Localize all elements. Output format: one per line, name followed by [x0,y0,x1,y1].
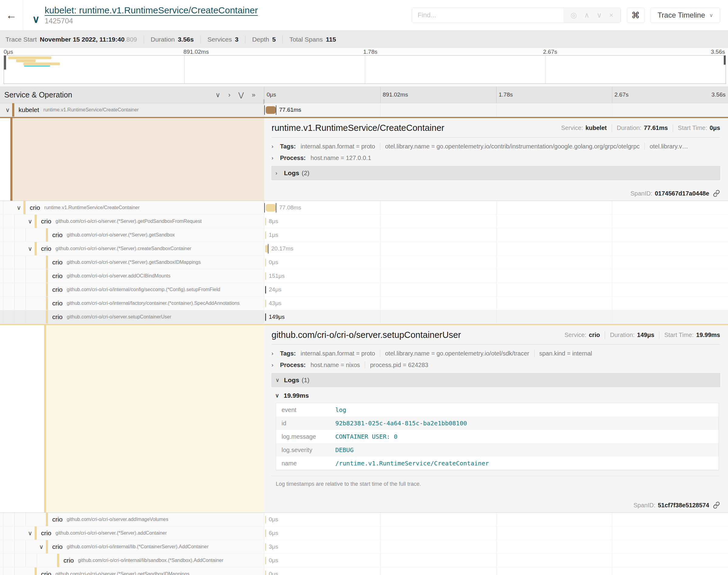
span-duration-bar[interactable] [265,245,268,252]
collapse-one-icon[interactable]: ∨ [215,91,220,99]
clear-search-icon[interactable]: × [609,11,613,20]
link-icon[interactable] [713,190,720,197]
span-timeline-cell[interactable]: 151μs [264,269,728,283]
tags-accordion[interactable]: › Tags: internal.span.format = protootel… [271,141,720,152]
minimap-canvas[interactable] [4,55,726,84]
tree-indent-guide [26,310,37,324]
span-name-cell[interactable]: criogithub.com/cri-o/cri-o/server.addIma… [0,513,264,526]
span-name-cell[interactable]: criogithub.com/cri-o/cri-o/server.(*Serv… [0,567,264,575]
span-row[interactable]: criogithub.com/cri-o/cri-o/server.addIma… [0,513,728,527]
span-timeline-cell[interactable]: 8μs [264,215,728,228]
span-row[interactable]: criogithub.com/cri-o/cri-o/internal/lib/… [0,554,728,567]
chevron-down-icon[interactable]: ∨ [26,530,35,537]
trace-title-link[interactable]: kubelet: runtime.v1.RuntimeService/Creat… [45,5,258,15]
span-timeline-cell[interactable]: 43μs [264,297,728,310]
keyboard-shortcuts-button[interactable]: ⌘ [627,8,644,23]
expand-one-icon[interactable]: › [228,91,230,99]
span-row[interactable]: ∨crioruntime.v1.RuntimeService/CreateCon… [0,201,728,215]
span-name-cell[interactable]: ∨kubeletruntime.v1.RuntimeService/Create… [0,103,264,116]
log-entry-accordion[interactable]: ∨ 19.99ms [271,387,720,403]
chevron-down-icon[interactable]: ∨ [26,245,35,252]
minimap-drag-handle-right[interactable] [724,56,726,65]
span-timeline-cell[interactable]: 77.61ms [264,103,728,116]
span-duration-bar[interactable] [265,231,266,239]
span-timeline-cell[interactable]: 77.08ms [264,201,728,214]
span-row[interactable]: criogithub.com/cri-o/cri-o/server.(*Serv… [0,228,728,242]
span-name-cell[interactable]: ∨criogithub.com/cri-o/cri-o/server.(*Ser… [0,527,264,540]
span-name-cell[interactable]: criogithub.com/cri-o/cri-o/server.addOCI… [0,269,264,283]
link-icon[interactable] [713,502,720,509]
span-row[interactable]: criogithub.com/cri-o/cri-o/server.setupC… [0,310,728,324]
span-row[interactable]: criogithub.com/cri-o/cri-o/internal/conf… [0,283,728,297]
span-row[interactable]: ∨kubeletruntime.v1.RuntimeService/Create… [0,103,728,117]
span-duration-label: 24μs [269,286,282,293]
logs-accordion[interactable]: ∨ Logs (1) [271,373,720,387]
prev-match-icon[interactable]: ∧ [584,11,590,20]
span-name-cell[interactable]: criogithub.com/cri-o/cri-o/internal/lib/… [0,554,264,567]
span-row[interactable]: ∨criogithub.com/cri-o/cri-o/server.(*Ser… [0,527,728,540]
span-timeline-cell[interactable]: 3μs [264,540,728,553]
span-duration-bar[interactable] [266,106,276,114]
timeline-gridline [380,242,380,255]
span-timeline-cell[interactable]: 0μs [264,567,728,575]
span-duration-bar[interactable] [265,286,266,294]
span-timeline-cell[interactable]: 1μs [264,228,728,242]
span-row[interactable]: ∨criogithub.com/cri-o/cri-o/server.(*Ser… [0,242,728,256]
span-timeline-cell[interactable]: 0μs [264,256,728,269]
span-row[interactable]: criogithub.com/cri-o/cri-o/server.(*Serv… [0,567,728,575]
next-match-icon[interactable]: ∨ [596,11,602,20]
span-timeline-cell[interactable]: 20.17ms [264,242,728,255]
span-duration-bar[interactable] [265,530,266,537]
span-timeline-cell[interactable]: 0μs [264,513,728,526]
trace-minimap[interactable]: 0μs891.02ms1.78s2.67s3.56s [0,48,728,87]
span-name-cell[interactable]: criogithub.com/cri-o/cri-o/server.(*Serv… [0,228,264,242]
span-timeline-cell[interactable]: 149μs [264,310,728,324]
span-row[interactable]: criogithub.com/cri-o/cri-o/internal/fact… [0,297,728,310]
back-button[interactable]: ← [0,0,23,30]
log-entry-timestamp: 19.99ms [284,392,309,399]
span-timeline-cell[interactable]: 0μs [264,554,728,567]
span-duration-bar[interactable] [265,516,266,523]
chevron-down-icon[interactable]: ∨ [14,204,23,211]
span-name-cell[interactable]: ∨criogithub.com/cri-o/cri-o/server.(*Ser… [0,215,264,228]
expand-all-icon[interactable]: » [252,91,256,99]
timeline-gridline [380,103,380,116]
span-row[interactable]: ∨criogithub.com/cri-o/cri-o/internal/lib… [0,540,728,554]
span-duration-bar[interactable] [265,570,266,575]
span-name-cell[interactable]: criogithub.com/cri-o/cri-o/internal/fact… [0,297,264,310]
span-duration-bar[interactable] [265,313,266,321]
collapse-all-icon[interactable]: ⋁ [238,91,244,99]
span-duration-bar[interactable] [265,543,266,551]
span-duration-bar[interactable] [265,557,266,564]
span-duration-bar[interactable] [265,300,266,307]
span-name-cell[interactable]: criogithub.com/cri-o/cri-o/server.(*Serv… [0,256,264,269]
span-name-cell[interactable]: ∨criogithub.com/cri-o/cri-o/internal/lib… [0,540,264,553]
locate-icon[interactable]: ◎ [571,11,577,20]
log-field-key: id [276,420,335,427]
span-name-cell[interactable]: criogithub.com/cri-o/cri-o/server.setupC… [0,310,264,324]
span-duration-bar[interactable] [265,272,266,280]
span-timeline-cell[interactable]: 6μs [264,527,728,540]
chevron-down-icon[interactable]: ∨ [26,218,35,225]
span-name-cell[interactable]: ∨crioruntime.v1.RuntimeService/CreateCon… [0,201,264,214]
chevron-down-icon[interactable]: ∨ [32,13,40,25]
timeline-gridline [380,513,380,526]
process-accordion[interactable]: › Process: host.name = nixosprocess.pid … [271,359,720,371]
span-timeline-cell[interactable]: 24μs [264,283,728,296]
span-duration-bar[interactable] [265,259,266,266]
span-row[interactable]: criogithub.com/cri-o/cri-o/server.(*Serv… [0,256,728,269]
span-name-cell[interactable]: ∨criogithub.com/cri-o/cri-o/server.(*Ser… [0,242,264,255]
span-row[interactable]: ∨criogithub.com/cri-o/cri-o/server.(*Ser… [0,215,728,228]
trace-view-selector[interactable]: Trace Timeline ∨ [651,8,720,23]
tags-accordion[interactable]: › Tags: internal.span.format = protootel… [271,348,720,359]
find-input[interactable] [412,8,563,23]
logs-accordion[interactable]: › Logs (2) [271,166,720,180]
span-name-cell[interactable]: criogithub.com/cri-o/cri-o/internal/conf… [0,283,264,296]
span-duration-bar[interactable] [266,204,276,212]
span-duration-bar[interactable] [265,218,266,225]
process-accordion[interactable]: › Process: host.name = 127.0.0.1 [271,152,720,164]
chevron-down-icon[interactable]: ∨ [37,543,46,550]
minimap-drag-handle-left[interactable] [4,56,6,70]
span-row[interactable]: criogithub.com/cri-o/cri-o/server.addOCI… [0,269,728,283]
chevron-down-icon[interactable]: ∨ [3,106,12,113]
